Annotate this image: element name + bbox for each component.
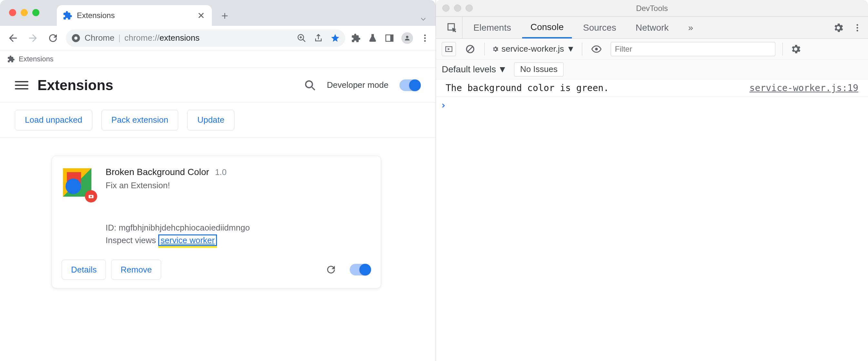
console-log-source-link[interactable]: service-worker.js:19 bbox=[749, 83, 858, 93]
svg-point-1 bbox=[74, 36, 78, 40]
clear-console-icon[interactable] bbox=[463, 42, 477, 56]
chevron-down-icon: ▼ bbox=[567, 44, 575, 54]
extension-card: Broken Background Color 1.0 Fix an Exten… bbox=[52, 156, 381, 288]
svg-rect-7 bbox=[391, 35, 393, 41]
element-picker-icon[interactable] bbox=[442, 17, 462, 38]
profile-avatar-icon[interactable] bbox=[401, 32, 413, 44]
console-settings-gear-icon[interactable] bbox=[790, 43, 802, 55]
live-expression-icon[interactable] bbox=[589, 42, 603, 56]
developer-mode-toggle[interactable] bbox=[399, 80, 421, 91]
extension-description: Fix an Extension! bbox=[105, 181, 371, 190]
minimize-window-icon[interactable] bbox=[21, 9, 28, 16]
svg-point-9 bbox=[424, 34, 426, 36]
devtools-titlebar: DevTools bbox=[436, 0, 868, 17]
window-controls bbox=[9, 9, 39, 16]
omnibox-origin: Chrome bbox=[85, 33, 114, 43]
pack-extension-button[interactable]: Pack extension bbox=[101, 110, 178, 130]
menu-dots-icon[interactable] bbox=[420, 33, 430, 43]
log-levels-label: Default levels bbox=[442, 64, 496, 74]
reload-extension-icon[interactable] bbox=[325, 264, 337, 275]
close-window-icon[interactable] bbox=[9, 9, 16, 16]
inspect-views-label: Inspect views bbox=[105, 235, 156, 245]
extension-enable-toggle[interactable] bbox=[350, 264, 371, 275]
page-title: Extensions bbox=[37, 77, 113, 93]
maximize-window-icon[interactable] bbox=[32, 9, 39, 16]
forward-button[interactable] bbox=[26, 31, 40, 45]
console-filter-input[interactable] bbox=[611, 42, 775, 56]
minimize-window-icon[interactable] bbox=[454, 4, 461, 11]
new-tab-button[interactable]: ＋ bbox=[215, 6, 235, 25]
toggle-sidebar-icon[interactable] bbox=[442, 42, 456, 56]
tab-sources[interactable]: Sources bbox=[575, 17, 624, 38]
reload-button[interactable] bbox=[46, 31, 60, 45]
svg-line-13 bbox=[312, 87, 315, 90]
search-icon[interactable] bbox=[304, 80, 316, 91]
svg-line-26 bbox=[468, 47, 473, 51]
execution-context-selector[interactable]: service-worker.js ▼ bbox=[492, 44, 575, 54]
tabs-overflow-icon[interactable]: » bbox=[680, 17, 702, 38]
side-panel-icon[interactable] bbox=[384, 33, 394, 43]
share-icon[interactable] bbox=[314, 33, 323, 43]
details-button[interactable]: Details bbox=[62, 260, 106, 280]
console-prompt-icon[interactable]: › bbox=[436, 97, 868, 113]
context-label: service-worker.js bbox=[501, 44, 564, 54]
issues-button[interactable]: No Issues bbox=[514, 62, 564, 77]
svg-point-23 bbox=[857, 30, 858, 31]
devtools-tab-bar: Elements Console Sources Network » bbox=[436, 17, 868, 39]
svg-point-12 bbox=[306, 81, 313, 88]
developer-mode-label: Developer mode bbox=[327, 80, 389, 90]
tabs-dropdown-icon[interactable]: ⌵ bbox=[421, 12, 430, 26]
update-button[interactable]: Update bbox=[187, 110, 235, 130]
service-worker-link[interactable]: service worker bbox=[158, 234, 217, 246]
extensions-header: Extensions Developer mode bbox=[0, 68, 436, 103]
window-controls bbox=[442, 4, 473, 11]
tab-network[interactable]: Network bbox=[627, 17, 677, 38]
console-toolbar-secondary: Default levels ▼ No Issues bbox=[436, 59, 868, 80]
omnibox-url-path: extensions bbox=[159, 33, 199, 42]
menu-dots-icon[interactable] bbox=[852, 23, 862, 33]
browser-toolbar: Chrome | chrome://extensions bbox=[0, 26, 436, 50]
extension-icon bbox=[63, 11, 72, 20]
remove-button[interactable]: Remove bbox=[111, 260, 161, 280]
extension-card-icon bbox=[62, 167, 95, 201]
breadcrumb-label: Extensions bbox=[19, 55, 54, 63]
close-window-icon[interactable] bbox=[442, 4, 450, 11]
tab-console[interactable]: Console bbox=[522, 17, 572, 38]
log-levels-selector[interactable]: Default levels ▼ bbox=[442, 64, 507, 74]
load-unpacked-button[interactable]: Load unpacked bbox=[15, 110, 92, 130]
devtools-window: DevTools Elements Console Sources Networ… bbox=[436, 0, 868, 361]
settings-gear-icon[interactable] bbox=[833, 22, 844, 34]
chrome-titlebar: Extensions ✕ ＋ ⌵ bbox=[0, 0, 436, 26]
tab-elements[interactable]: Elements bbox=[465, 17, 520, 38]
address-bar[interactable]: Chrome | chrome://extensions bbox=[66, 29, 345, 47]
extension-id: ID: mgfbhjnibhjdehcphiocaoiediidmngo bbox=[105, 221, 371, 234]
svg-point-17 bbox=[66, 179, 81, 194]
console-log-message: The background color is green. bbox=[445, 83, 609, 93]
svg-line-3 bbox=[303, 39, 306, 42]
extensions-puzzle-icon[interactable] bbox=[351, 33, 361, 43]
console-toolbar: service-worker.js ▼ bbox=[436, 39, 868, 59]
bookmark-star-icon[interactable] bbox=[330, 33, 340, 43]
svg-point-8 bbox=[406, 35, 408, 38]
back-button[interactable] bbox=[6, 31, 20, 45]
breadcrumb: Extensions bbox=[0, 50, 436, 68]
svg-point-11 bbox=[424, 40, 426, 42]
labs-flask-icon[interactable] bbox=[368, 33, 377, 43]
chrome-window: Extensions ✕ ＋ ⌵ Chrome | chrome://exten… bbox=[0, 0, 436, 361]
svg-point-19 bbox=[90, 196, 92, 197]
extension-name: Broken Background Color bbox=[105, 167, 209, 177]
close-tab-icon[interactable]: ✕ bbox=[197, 10, 205, 21]
gear-icon bbox=[492, 46, 499, 53]
maximize-window-icon[interactable] bbox=[466, 4, 473, 11]
omnibox-separator: | bbox=[118, 33, 120, 43]
console-log-row: The background color is green. service-w… bbox=[436, 80, 868, 97]
svg-point-22 bbox=[857, 27, 858, 28]
unpacked-badge-icon bbox=[85, 190, 97, 203]
zoom-icon[interactable] bbox=[297, 33, 306, 43]
omnibox-url-scheme: chrome:// bbox=[124, 33, 159, 42]
devtools-title: DevTools bbox=[636, 4, 668, 13]
browser-tab[interactable]: Extensions ✕ bbox=[57, 5, 212, 26]
hamburger-menu-icon[interactable] bbox=[15, 79, 28, 92]
extensions-action-bar: Load unpacked Pack extension Update bbox=[0, 103, 436, 138]
console-output: The background color is green. service-w… bbox=[436, 80, 868, 361]
